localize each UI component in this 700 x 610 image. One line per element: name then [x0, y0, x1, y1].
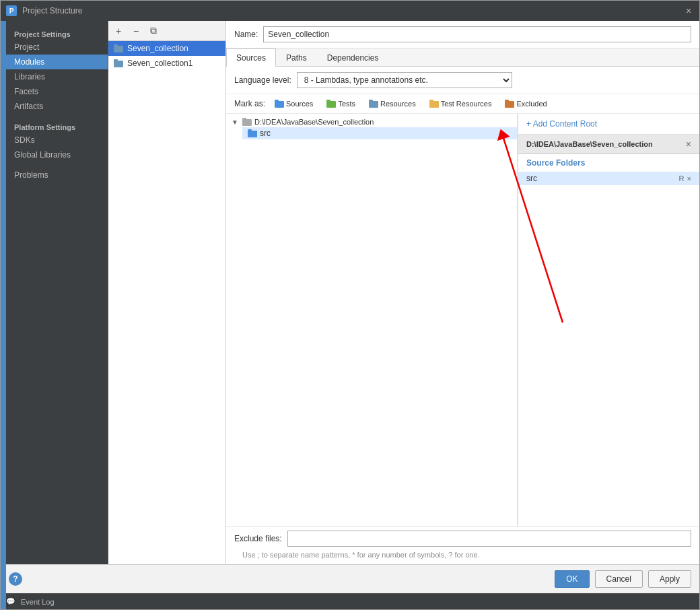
svg-rect-9 [369, 100, 373, 102]
sidebar-item-artifacts[interactable]: Artifacts [6, 99, 108, 114]
module-name-seven-collection1: Seven_collection1 [127, 59, 193, 68]
root-folder-icon [242, 118, 252, 126]
mark-test-resources-button[interactable]: Test Resources [425, 98, 496, 109]
tab-dependencies[interactable]: Dependencies [317, 48, 389, 67]
dialog-footer: ? OK Cancel Apply [1, 564, 699, 593]
remove-module-button[interactable]: − [129, 24, 143, 38]
main-layout: Project Settings Project Modules Librari… [1, 21, 699, 564]
event-log-label: Event Log [21, 598, 55, 606]
remove-source-button[interactable]: × [687, 174, 691, 182]
sidebar-item-facets[interactable]: Facets [6, 84, 108, 99]
sidebar-item-sdks[interactable]: SDKs [6, 133, 108, 147]
sidebar-item-global-libraries[interactable]: Global Libraries [6, 147, 108, 162]
sources-folder-icon [275, 100, 284, 108]
add-content-root-label: + Add Content Root [526, 119, 597, 129]
module-item-seven-collection[interactable]: Seven_collection [108, 41, 225, 56]
resources-folder-icon [369, 100, 378, 108]
test-resources-folder-icon [429, 100, 439, 108]
tree-root-item[interactable]: ▼ D:\IDEA\JavaBase\Seven_collection [226, 116, 517, 127]
apply-button[interactable]: Apply [648, 570, 691, 588]
sidebar-artifacts-label: Artifacts [14, 102, 43, 111]
exclude-row: Exclude files: [234, 531, 691, 547]
svg-rect-3 [114, 59, 118, 62]
mark-as-label: Mark as: [234, 99, 265, 108]
window-controls[interactable]: × [683, 5, 694, 16]
remove-icon: − [133, 26, 139, 36]
add-module-button[interactable]: + [111, 24, 126, 38]
copy-icon: ⧉ [150, 25, 157, 36]
svg-rect-7 [326, 100, 330, 102]
mark-sources-button[interactable]: Sources [271, 98, 317, 109]
src-folder-label: src [260, 129, 271, 138]
exclude-files-area: Exclude files: Use ; to separate name pa… [226, 526, 699, 564]
name-row: Name: [226, 21, 699, 48]
sidebar-facets-label: Facets [14, 87, 38, 96]
src-folder-icon [248, 129, 257, 137]
sources-tab-content: Language level: 8 - Lambdas, type annota… [226, 67, 699, 564]
add-icon: + [116, 26, 121, 36]
svg-rect-15 [242, 118, 246, 121]
event-log-bar: 💬 Event Log [1, 593, 699, 609]
source-folder-src: src R × [518, 172, 699, 185]
tab-sources[interactable]: Sources [226, 48, 276, 67]
main-content: Name: Sources Paths Dependencies La [226, 21, 699, 564]
sidebar-divider [6, 114, 108, 119]
right-panel: + Add Content Root D:\IDEA\JavaBase\Seve… [518, 114, 699, 526]
tree-src-item[interactable]: src [242, 127, 517, 139]
mark-as-row: Mark as: Sources Tests [226, 94, 699, 114]
titlebar-left: P Project Structure [6, 5, 82, 16]
module-item-seven-collection1[interactable]: Seven_collection1 [108, 56, 225, 71]
ok-button[interactable]: OK [555, 570, 589, 588]
mark-excluded-button[interactable]: Excluded [501, 98, 551, 109]
language-level-select[interactable]: 8 - Lambdas, type annotations etc. [297, 72, 512, 88]
mark-tests-label: Tests [338, 100, 355, 108]
module-list: Seven_collection Seven_collection1 [108, 41, 225, 564]
copy-module-button[interactable]: ⧉ [146, 24, 161, 38]
tab-sources-label: Sources [236, 53, 266, 63]
cancel-button[interactable]: Cancel [595, 570, 643, 588]
mark-resources-button[interactable]: Resources [365, 98, 420, 109]
file-tree-area: ▼ D:\IDEA\JavaBase\Seven_collection [226, 114, 699, 526]
revert-source-button[interactable]: R [679, 174, 685, 182]
exclude-input[interactable] [287, 531, 691, 547]
sidebar-item-modules[interactable]: Modules [6, 55, 108, 69]
excluded-folder-icon [505, 100, 514, 108]
path-header: D:\IDEA\JavaBase\Seven_collection × [518, 135, 699, 154]
tests-folder-icon [326, 100, 336, 108]
mark-test-resources-label: Test Resources [441, 100, 492, 108]
add-content-root-button[interactable]: + Add Content Root [518, 114, 699, 135]
help-button[interactable]: ? [9, 572, 22, 586]
window-title: Project Structure [22, 6, 82, 15]
folder-icon [114, 44, 123, 53]
name-input[interactable] [263, 26, 691, 42]
mark-resources-label: Resources [380, 100, 416, 108]
sidebar-problems-label: Problems [14, 170, 48, 180]
tab-paths-label: Paths [286, 53, 307, 63]
content-root-path: D:\IDEA\JavaBase\Seven_collection [526, 140, 653, 148]
mark-sources-label: Sources [286, 100, 313, 108]
sidebar: Project Settings Project Modules Librari… [1, 21, 108, 564]
close-button[interactable]: × [683, 5, 694, 16]
sidebar-item-project[interactable]: Project [6, 40, 108, 55]
tree-root-path: D:\IDEA\JavaBase\Seven_collection [254, 118, 374, 126]
sidebar-libraries-label: Libraries [14, 72, 45, 81]
titlebar: P Project Structure × [1, 1, 699, 21]
src-folder-name: src [526, 174, 537, 183]
svg-rect-13 [505, 100, 509, 102]
sidebar-item-libraries[interactable]: Libraries [6, 69, 108, 84]
path-close-button[interactable]: × [686, 139, 691, 149]
svg-rect-1 [114, 44, 118, 47]
project-settings-label: Project Settings [6, 26, 108, 40]
tab-paths[interactable]: Paths [276, 48, 317, 67]
folder-icon-2 [114, 59, 123, 67]
platform-settings-label: Platform Settings [6, 119, 108, 133]
exclude-label: Exclude files: [234, 534, 282, 543]
mark-excluded-label: Excluded [516, 100, 547, 108]
module-toolbar: + − ⧉ [108, 21, 225, 41]
sidebar-item-problems[interactable]: Problems [6, 168, 108, 182]
file-tree: ▼ D:\IDEA\JavaBase\Seven_collection [226, 114, 518, 526]
mark-tests-button[interactable]: Tests [322, 98, 359, 109]
language-level-row: Language level: 8 - Lambdas, type annota… [226, 67, 699, 94]
sidebar-global-libraries-label: Global Libraries [14, 150, 71, 160]
sidebar-divider2 [6, 162, 108, 168]
